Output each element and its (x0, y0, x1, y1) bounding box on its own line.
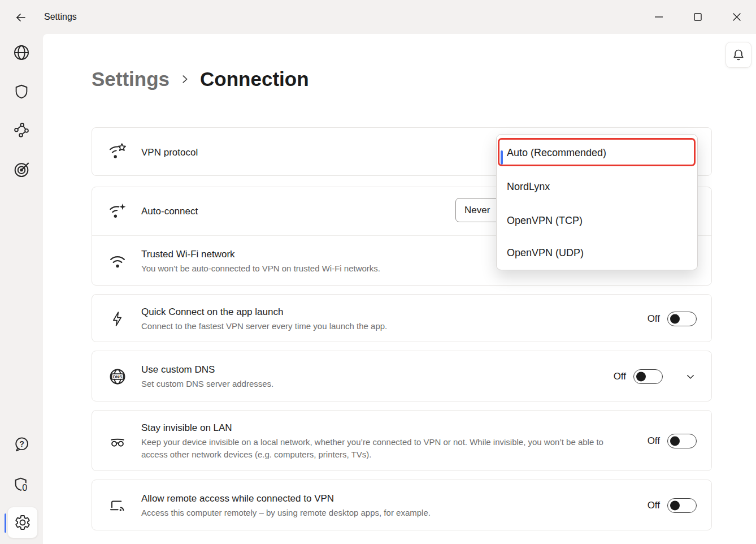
setting-title: Allow remote access while connected to V… (141, 492, 431, 505)
dropdown-option-label: OpenVPN (UDP) (507, 247, 584, 259)
toggle-knob (670, 314, 680, 323)
wifi-icon (108, 252, 127, 271)
minimize-icon (653, 11, 664, 23)
setting-row-remote-access: Allow remote access while connected to V… (92, 480, 711, 531)
threat-count: 0 (22, 483, 27, 493)
network-nodes-icon (13, 122, 30, 139)
maximize-icon (692, 11, 703, 23)
toggle-state-label: Off (648, 500, 660, 511)
setting-row-invisible-lan: Stay invisible on LAN Keep your device i… (92, 411, 711, 472)
active-nav-indicator (5, 513, 6, 533)
settings-page: Settings Connection VPN protocol Auto-co… (43, 34, 756, 544)
setting-title: Use custom DNS (141, 363, 273, 376)
card-quick-connect: Quick Connect on the app launch Connect … (92, 294, 712, 342)
window-title: Settings (44, 12, 77, 22)
dropdown-option-nordlynx[interactable]: NordLynx (497, 171, 697, 202)
close-button[interactable] (717, 0, 756, 34)
dropdown-option-openvpn-tcp[interactable]: OpenVPN (TCP) (497, 205, 697, 236)
breadcrumb-connection: Connection (200, 68, 309, 90)
custom-dns-toggle[interactable] (633, 369, 663, 384)
dns-icon-text: DNS (113, 374, 123, 379)
sidebar-item-settings-active[interactable] (7, 507, 38, 538)
bell-icon (731, 48, 746, 62)
dropdown-option-auto[interactable]: Auto (Recommended) (497, 139, 697, 166)
setting-description: Connect to the fastest VPN server every … (141, 320, 387, 333)
maximize-button[interactable] (678, 0, 717, 34)
sidebar-item-dedicated-ip[interactable] (9, 157, 34, 182)
svg-text:?: ? (19, 440, 24, 448)
sidebar: ? 0 (0, 34, 43, 544)
back-arrow-icon (14, 11, 28, 24)
back-button[interactable] (12, 9, 29, 26)
target-icon (12, 161, 31, 179)
wifi-star-icon (108, 143, 127, 162)
breadcrumb: Settings Connection (92, 66, 309, 93)
incognito-icon (108, 431, 127, 451)
toggle-state-label: Off (614, 371, 626, 382)
dropdown-option-label: Auto (Recommended) (507, 147, 606, 159)
chevron-down-icon (685, 372, 696, 382)
setting-title: Stay invisible on LAN (141, 421, 603, 434)
toggle-knob (670, 437, 680, 446)
threat-shield-icon: 0 (12, 476, 31, 494)
sidebar-item-help[interactable]: ? (9, 432, 34, 457)
selected-option-indicator (501, 150, 503, 165)
dropdown-option-openvpn-udp[interactable]: OpenVPN (UDP) (497, 238, 697, 268)
invisible-lan-toggle[interactable] (667, 434, 697, 448)
dropdown-option-label: OpenVPN (TCP) (507, 215, 583, 227)
setting-title: Trusted Wi-Fi network (141, 248, 380, 261)
toggle-knob (670, 501, 680, 511)
dropdown-option-label: NordLynx (507, 181, 550, 193)
window-controls (639, 0, 756, 34)
sidebar-item-meshnet[interactable] (9, 118, 34, 143)
setting-title: Quick Connect on the app launch (141, 305, 387, 318)
toggle-knob (636, 372, 646, 382)
titlebar: Settings (0, 0, 756, 34)
notifications-button[interactable] (725, 42, 751, 68)
setting-row-quick-connect: Quick Connect on the app launch Connect … (92, 295, 711, 343)
sidebar-item-security[interactable] (9, 79, 34, 104)
gear-icon (14, 514, 31, 531)
breadcrumb-settings[interactable]: Settings (92, 68, 170, 90)
setting-description: Access this computer remotely – by using… (141, 507, 431, 519)
help-bubble-icon: ? (13, 436, 30, 453)
setting-row-custom-dns: DNS Use custom DNS Set custom DNS server… (92, 351, 711, 402)
shield-icon (13, 83, 30, 100)
remote-access-toggle[interactable] (667, 498, 697, 513)
sidebar-item-servers[interactable] (9, 40, 34, 65)
laptop-signal-icon (108, 496, 127, 515)
setting-title: Auto-connect (141, 205, 198, 218)
toggle-state-label: Off (648, 435, 660, 447)
quick-connect-toggle[interactable] (667, 312, 697, 326)
setting-description: Set custom DNS server addresses. (141, 378, 273, 390)
toggle-state-label: Off (648, 313, 660, 325)
wifi-plus-icon (108, 202, 127, 221)
card-remote-access: Allow remote access while connected to V… (92, 480, 712, 530)
minimize-button[interactable] (639, 0, 678, 34)
vpn-protocol-dropdown: Auto (Recommended) NordLynx OpenVPN (TCP… (496, 134, 698, 270)
setting-description: You won’t be auto-connected to VPN on tr… (141, 262, 380, 275)
sidebar-item-threat-protection[interactable]: 0 (9, 472, 34, 497)
dns-globe-icon: DNS (108, 367, 127, 386)
custom-dns-expand-button[interactable] (684, 370, 697, 383)
chevron-right-icon (179, 73, 191, 85)
card-custom-dns: DNS Use custom DNS Set custom DNS server… (92, 351, 712, 401)
setting-description: Keep your device invisible on a local ne… (141, 436, 603, 461)
bolt-icon (108, 309, 127, 329)
globe-icon (12, 44, 31, 62)
close-icon (731, 11, 742, 23)
setting-title: VPN protocol (141, 146, 198, 159)
card-invisible-lan: Stay invisible on LAN Keep your device i… (92, 410, 712, 471)
